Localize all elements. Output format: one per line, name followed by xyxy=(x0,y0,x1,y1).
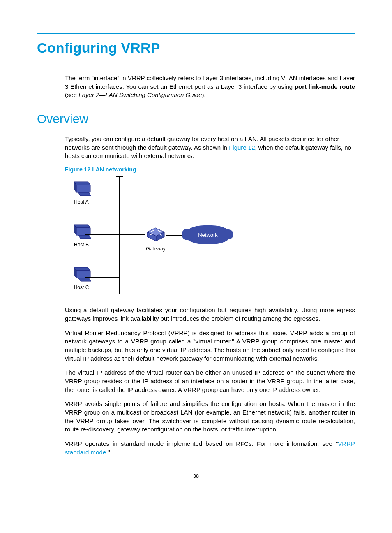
p6-post: ." xyxy=(106,449,110,456)
svg-marker-11 xyxy=(78,278,91,281)
network-cloud: Network xyxy=(185,225,231,244)
host-c: Host C xyxy=(65,266,98,290)
computer-icon xyxy=(71,223,91,239)
intro-paragraph: The term "interface" in VRRP collectivel… xyxy=(65,74,355,100)
p6-pre: VRRP operates in standard mode implement… xyxy=(65,440,338,447)
router-icon xyxy=(145,226,166,243)
intro-bold: port link-mode route xyxy=(295,83,355,90)
intro-post: ). xyxy=(202,91,206,98)
host-c-tap xyxy=(85,277,119,278)
figure-caption: Figure 12 LAN networking xyxy=(65,166,355,173)
paragraph-4: The virtual IP address of the virtual ro… xyxy=(65,368,355,394)
svg-marker-3 xyxy=(78,192,91,196)
host-a: Host A xyxy=(65,180,98,205)
paragraph-3: Virtual Router Redundancy Protocol (VRRP… xyxy=(65,329,355,363)
lan-bus-line xyxy=(119,177,120,294)
host-b-label: Host B xyxy=(65,242,98,248)
bus-top-cap xyxy=(116,176,123,177)
intro-italic: Layer 2—LAN Switching Configuration Guid… xyxy=(78,91,202,98)
svg-marker-4 xyxy=(74,225,90,228)
network-label: Network xyxy=(198,232,218,238)
intro-mid: (see xyxy=(65,91,78,98)
figure-12-diagram: Host A Host B xyxy=(65,175,238,299)
host-a-label: Host A xyxy=(65,199,98,205)
gateway-tap xyxy=(120,234,145,235)
overview-p1: Typically, you can configure a default g… xyxy=(65,135,355,160)
computer-icon xyxy=(71,266,91,282)
svg-marker-8 xyxy=(74,267,90,271)
section-overview-heading: Overview xyxy=(37,112,355,126)
page-number: 38 xyxy=(37,473,355,479)
svg-marker-0 xyxy=(74,182,90,185)
gateway-label: Gateway xyxy=(145,246,166,252)
host-a-tap xyxy=(85,192,119,192)
bus-bottom-cap xyxy=(116,294,123,294)
top-rule xyxy=(37,33,355,34)
paragraph-5: VRRP avoids single points of failure and… xyxy=(65,400,355,434)
svg-marker-7 xyxy=(78,235,91,239)
host-b: Host B xyxy=(65,223,98,248)
gateway: Gateway xyxy=(145,226,166,252)
host-c-label: Host C xyxy=(65,285,98,290)
figure-12-link[interactable]: Figure 12 xyxy=(229,144,255,151)
host-b-tap xyxy=(85,234,119,235)
page-title: Configuring VRRP xyxy=(37,40,355,56)
computer-icon xyxy=(71,180,91,197)
paragraph-6: VRRP operates in standard mode implement… xyxy=(65,440,355,457)
paragraph-2: Using a default gateway facilitates your… xyxy=(65,306,355,323)
